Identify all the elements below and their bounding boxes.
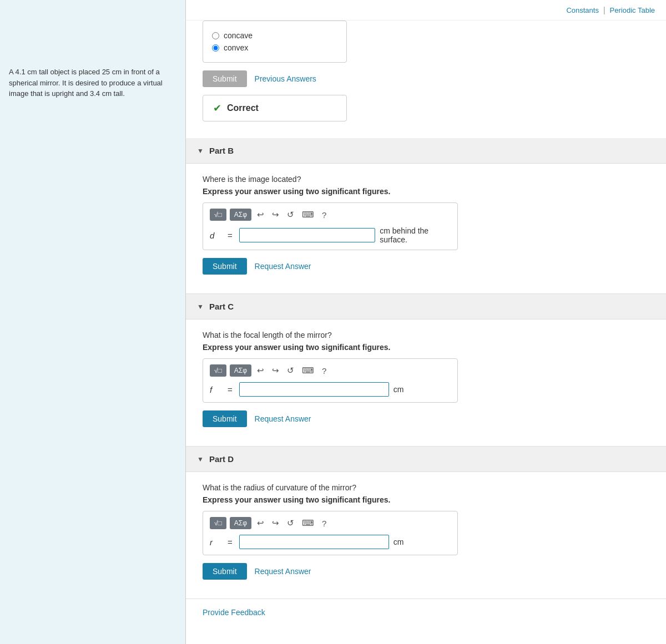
option-concave[interactable]: concave (212, 31, 337, 40)
part-a-action-row: Submit Previous Answers (203, 70, 649, 87)
part-c-refresh-button[interactable]: ↺ (285, 364, 296, 377)
part-b-action-row: Submit Request Answer (203, 258, 649, 275)
refresh-icon: ↺ (287, 210, 294, 219)
option-convex[interactable]: convex (212, 43, 337, 52)
sqrt-icon: √□ (214, 519, 222, 527)
part-d-answer-input[interactable] (239, 535, 389, 549)
part-d-equals: = (228, 537, 233, 547)
part-c-greek-symbols-button[interactable]: ΑΣφ (230, 364, 251, 377)
problem-text: A 4.1 cm tall object is placed 25 cm in … (9, 67, 176, 99)
greek-symbols-button[interactable]: ΑΣφ (230, 209, 251, 221)
part-b-answer-input[interactable] (239, 228, 375, 242)
part-c-question: What is the focal length of the mirror? (203, 331, 649, 339)
part-c-answer-input[interactable] (239, 382, 389, 397)
part-b-equals: = (228, 231, 233, 240)
greek-icon: ΑΣφ (234, 367, 247, 374)
periodic-table-link[interactable]: Periodic Table (610, 6, 655, 14)
part-c-instruction: Express your answer using two significan… (203, 343, 649, 352)
part-c-input-container: √□ ΑΣφ ↩ ↪ ↺ ⌨ (203, 358, 458, 403)
part-c-submit-button[interactable]: Submit (203, 410, 247, 427)
provide-feedback-link[interactable]: Provide Feedback (203, 608, 265, 617)
undo-button[interactable]: ↩ (255, 209, 266, 221)
sidebar: A 4.1 cm tall object is placed 25 cm in … (0, 0, 186, 644)
math-sqrt-button[interactable]: √□ (210, 209, 226, 221)
part-a-section: concave convex Submit Previous Answers ✔… (186, 21, 666, 138)
redo-button[interactable]: ↪ (270, 209, 281, 221)
part-d-keyboard-button[interactable]: ⌨ (300, 517, 316, 529)
part-c-keyboard-button[interactable]: ⌨ (300, 364, 316, 377)
part-d-submit-button[interactable]: Submit (203, 563, 247, 580)
main-content: Constants | Periodic Table concave conve… (186, 0, 666, 644)
part-c-section: ▼ Part C What is the focal length of the… (186, 294, 666, 447)
part-c-redo-button[interactable]: ↪ (270, 364, 281, 377)
sqrt-icon: √□ (214, 211, 222, 219)
part-c-unit: cm (393, 385, 404, 394)
part-d-label: Part D (209, 454, 234, 464)
part-d-toolbar: √□ ΑΣφ ↩ ↪ ↺ ⌨ (210, 517, 451, 529)
part-c-toolbar: √□ ΑΣφ ↩ ↪ ↺ ⌨ (210, 364, 451, 377)
refresh-icon: ↺ (287, 366, 294, 375)
separator: | (603, 6, 606, 14)
part-c-request-answer-link[interactable]: Request Answer (255, 414, 311, 423)
part-d-redo-button[interactable]: ↪ (270, 517, 281, 529)
constants-link[interactable]: Constants (566, 6, 599, 14)
part-c-chevron-icon[interactable]: ▼ (197, 303, 204, 311)
part-d-input-container: √□ ΑΣφ ↩ ↪ ↺ ⌨ (203, 511, 458, 555)
option-concave-label[interactable]: concave (224, 31, 253, 40)
keyboard-button[interactable]: ⌨ (300, 209, 316, 221)
part-b-section: ▼ Part B Where is the image located? Exp… (186, 138, 666, 294)
previous-answers-link[interactable]: Previous Answers (255, 74, 316, 83)
correct-banner: ✔ Correct (203, 95, 347, 121)
part-d-unit: cm (393, 537, 404, 546)
part-d-variable: r (210, 537, 221, 547)
part-a-submit-button[interactable]: Submit (203, 70, 247, 87)
option-convex-label[interactable]: convex (224, 43, 248, 52)
part-d-refresh-button[interactable]: ↺ (285, 517, 296, 529)
greek-icon: ΑΣφ (234, 211, 247, 219)
part-d-instruction: Express your answer using two significan… (203, 495, 649, 504)
part-c-content: What is the focal length of the mirror? … (186, 320, 666, 446)
answer-options-box: concave convex (203, 21, 347, 63)
part-b-input-row: d = cm behind the surface. (210, 226, 451, 244)
help-icon: ? (322, 519, 326, 528)
part-d-header: ▼ Part D (186, 447, 666, 472)
keyboard-icon: ⌨ (302, 518, 314, 528)
part-d-request-answer-link[interactable]: Request Answer (255, 567, 311, 576)
footer: Provide Feedback (186, 599, 666, 626)
part-b-header: ▼ Part B (186, 138, 666, 164)
part-b-request-answer-link[interactable]: Request Answer (255, 262, 311, 271)
undo-icon: ↩ (257, 518, 264, 528)
part-d-help-button[interactable]: ? (320, 518, 329, 529)
part-b-unit: cm behind the surface. (380, 226, 451, 244)
part-d-undo-button[interactable]: ↩ (255, 517, 266, 529)
part-c-undo-button[interactable]: ↩ (255, 364, 266, 377)
redo-icon: ↪ (272, 518, 279, 528)
check-icon: ✔ (213, 102, 221, 114)
part-d-input-row: r = cm (210, 535, 451, 549)
part-d-section: ▼ Part D What is the radius of curvature… (186, 447, 666, 599)
part-d-content: What is the radius of curvature of the m… (186, 472, 666, 599)
keyboard-icon: ⌨ (302, 366, 314, 375)
part-d-math-sqrt-button[interactable]: √□ (210, 517, 226, 529)
part-b-chevron-icon[interactable]: ▼ (197, 147, 204, 155)
refresh-button[interactable]: ↺ (285, 209, 296, 221)
part-b-submit-button[interactable]: Submit (203, 258, 247, 275)
part-c-variable: f (210, 385, 221, 394)
correct-label: Correct (227, 103, 259, 113)
part-b-instruction: Express your answer using two significan… (203, 187, 649, 196)
help-button[interactable]: ? (320, 209, 329, 221)
help-icon: ? (322, 210, 326, 220)
part-c-math-sqrt-button[interactable]: √□ (210, 364, 226, 377)
part-d-greek-symbols-button[interactable]: ΑΣφ (230, 517, 251, 529)
part-b-label: Part B (209, 146, 234, 155)
part-c-help-button[interactable]: ? (320, 365, 329, 377)
part-b-content: Where is the image located? Express your… (186, 164, 666, 293)
redo-icon: ↪ (272, 210, 279, 219)
part-b-toolbar: √□ ΑΣφ ↩ ↪ ↺ ⌨ (210, 209, 451, 221)
part-b-variable: d (210, 231, 221, 240)
part-b-question: Where is the image located? (203, 175, 649, 184)
keyboard-icon: ⌨ (302, 210, 314, 219)
part-c-label: Part C (209, 302, 234, 311)
part-c-input-row: f = cm (210, 382, 451, 397)
part-d-chevron-icon[interactable]: ▼ (197, 455, 204, 463)
